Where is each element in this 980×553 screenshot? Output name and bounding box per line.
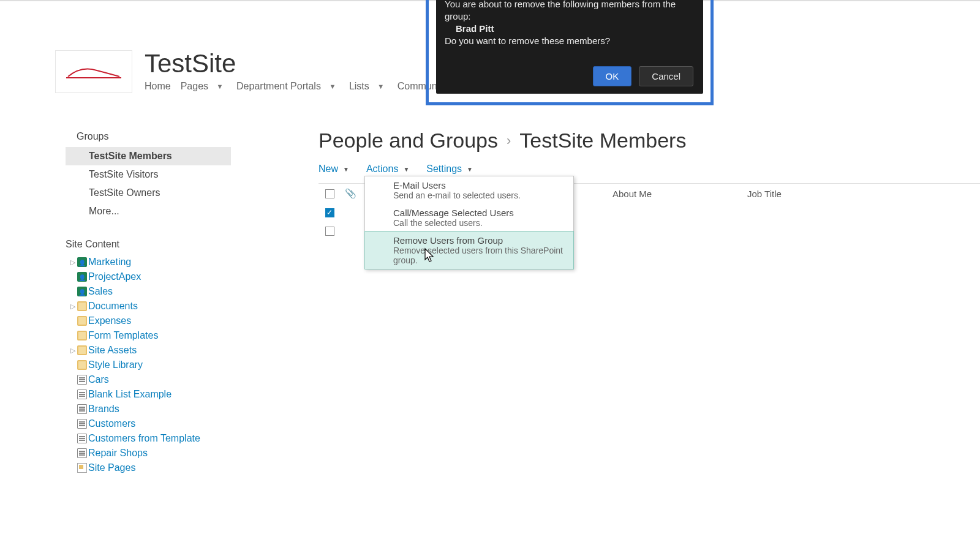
actions-button[interactable]: Actions▼	[366, 164, 409, 175]
tree-style-library[interactable]: Style Library	[69, 358, 231, 372]
list-icon	[77, 448, 87, 458]
nav-pages[interactable]: Pages▼	[181, 78, 236, 94]
chevron-down-icon: ▼	[213, 83, 227, 90]
tree-blank-list-example[interactable]: Blank List Example	[69, 387, 231, 402]
tree-form-templates[interactable]: Form Templates	[69, 328, 231, 343]
dialog-message-2: Do you want to remove these members?	[445, 35, 695, 47]
list-icon	[77, 375, 87, 385]
cancel-button[interactable]: Cancel	[639, 66, 693, 86]
group-testsite-members[interactable]: TestSite Members	[66, 147, 231, 165]
folder-icon	[77, 316, 87, 326]
folder-icon	[77, 360, 87, 370]
breadcrumb: People and Groups › TestSite Members	[318, 129, 980, 152]
group-testsite-owners[interactable]: TestSite Owners	[66, 184, 231, 202]
dialog-message-1: You are about to remove the following me…	[445, 0, 695, 23]
confirm-dialog-highlight: You are about to remove the following me…	[426, 0, 714, 105]
expand-icon[interactable]: ▷	[69, 344, 77, 357]
people-icon	[77, 287, 87, 296]
row-checkbox[interactable]	[325, 208, 334, 217]
chevron-down-icon: ▼	[403, 166, 409, 173]
tree-cars[interactable]: Cars	[69, 372, 231, 387]
breadcrumb-current: TestSite Members	[519, 129, 686, 152]
group-more[interactable]: More...	[66, 202, 231, 220]
page-icon	[77, 463, 87, 473]
new-button[interactable]: New▼	[318, 164, 349, 175]
column-about-me[interactable]: About Me	[612, 189, 652, 199]
list-icon	[77, 419, 87, 429]
row-checkbox[interactable]	[325, 227, 334, 236]
site-title[interactable]: TestSite	[145, 49, 236, 78]
dialog-member-name: Brad Pitt	[445, 23, 695, 35]
select-all-checkbox[interactable]	[325, 189, 334, 198]
toolbar: New▼ Actions▼ Settings▼	[318, 164, 980, 175]
tree-expenses[interactable]: Expenses	[69, 314, 231, 328]
list-icon	[77, 434, 87, 443]
settings-button[interactable]: Settings▼	[426, 164, 473, 175]
confirm-dialog: You are about to remove the following me…	[436, 0, 703, 94]
folder-icon	[77, 331, 87, 340]
tree-site-pages[interactable]: Site Pages	[69, 461, 231, 475]
top-navigation: Home Pages▼ Department Portals▼ Lists▼ C…	[145, 78, 464, 94]
attachment-icon: 📎	[345, 188, 356, 199]
breadcrumb-parent[interactable]: People and Groups	[318, 129, 498, 152]
chevron-down-icon: ▼	[467, 166, 473, 173]
tree-repair-shops[interactable]: Repair Shops	[69, 446, 231, 461]
groups-heading: Groups	[66, 129, 231, 147]
tree-site-assets[interactable]: ▷Site Assets	[69, 343, 231, 358]
menu-remove-users-from-group[interactable]: Remove Users from Group Remove selected …	[364, 231, 574, 269]
list-icon	[77, 404, 87, 414]
tree-brands[interactable]: Brands	[69, 402, 231, 416]
car-logo-icon	[63, 59, 124, 84]
group-testsite-visitors[interactable]: TestSite Visitors	[66, 165, 231, 184]
tree-projectapex[interactable]: ProjectApex	[69, 269, 231, 284]
folder-icon	[77, 301, 87, 311]
expand-icon[interactable]: ▷	[69, 255, 77, 269]
chevron-down-icon: ▼	[343, 166, 349, 173]
nav-lists[interactable]: Lists▼	[349, 78, 398, 94]
list-icon	[77, 389, 87, 399]
breadcrumb-separator-icon: ›	[507, 133, 511, 149]
people-icon	[77, 272, 87, 282]
people-icon	[77, 257, 87, 267]
nav-department-portals[interactable]: Department Portals▼	[236, 78, 349, 94]
menu-email-users[interactable]: E-Mail Users Send an e-mail to selected …	[365, 176, 573, 204]
actions-menu: E-Mail Users Send an e-mail to selected …	[364, 176, 574, 269]
chevron-down-icon: ▼	[326, 83, 339, 90]
tree-documents[interactable]: ▷Documents	[69, 299, 231, 314]
nav-home[interactable]: Home	[145, 78, 181, 94]
tree-sales[interactable]: Sales	[69, 284, 231, 299]
folder-icon	[77, 345, 87, 355]
menu-call-message-users[interactable]: Call/Message Selected Users Call the sel…	[365, 204, 573, 231]
chevron-down-icon: ▼	[374, 83, 388, 90]
left-sidebar: Groups TestSite Members TestSite Visitor…	[66, 129, 231, 475]
tree-marketing[interactable]: ▷Marketing	[69, 255, 231, 269]
expand-icon[interactable]: ▷	[69, 299, 77, 313]
site-logo[interactable]	[55, 50, 132, 93]
site-content-tree: ▷Marketing ProjectApex Sales ▷Documents …	[69, 255, 231, 475]
tree-customers[interactable]: Customers	[69, 416, 231, 431]
tree-customers-from-template[interactable]: Customers from Template	[69, 431, 231, 446]
site-content-heading: Site Content	[66, 220, 231, 255]
column-job-title[interactable]: Job Title	[747, 189, 782, 199]
ok-button[interactable]: OK	[593, 66, 632, 86]
